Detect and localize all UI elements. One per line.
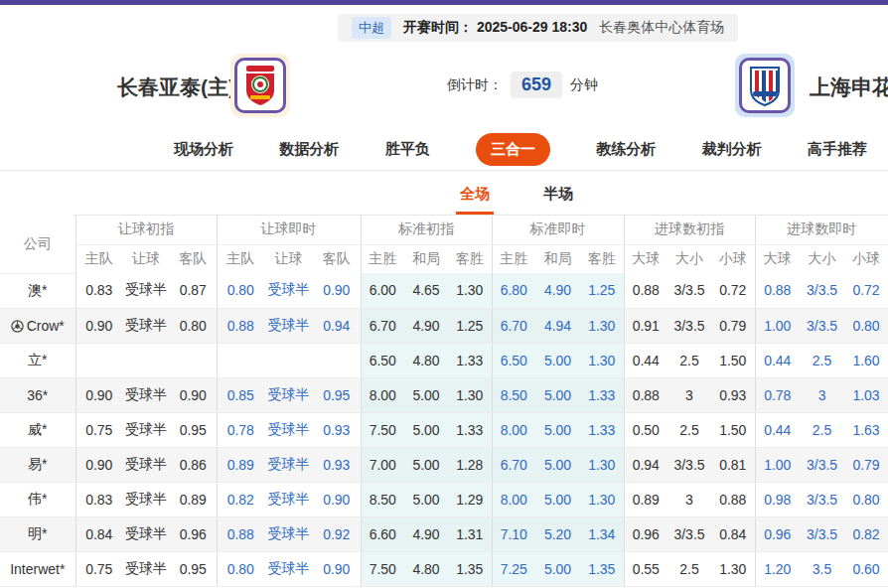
- odds-cell-handicap_initial: 0.95: [170, 551, 217, 586]
- odds-cell-goals_live: 1.63: [844, 412, 888, 447]
- odds-cell-goals_initial: 3/3.5: [667, 273, 711, 308]
- odds-cell-handicap_initial: [75, 343, 122, 377]
- odds-cell-std_live: 5.00: [535, 482, 580, 516]
- match-info-box: 中超 开赛时间： 2025-06-29 18:30 长春奥体中心体育场: [338, 14, 738, 42]
- bookmaker-name[interactable]: 澳*: [0, 273, 75, 308]
- sub-header: 主胜: [492, 244, 535, 273]
- group-header-handicap_live: 让球即时: [217, 216, 361, 244]
- bookmaker-name[interactable]: 威*: [0, 412, 75, 447]
- nav-tab-4[interactable]: 三合一: [476, 133, 550, 166]
- sub-header: 主胜: [361, 244, 404, 273]
- odds-cell-handicap_live: 0.88: [217, 308, 264, 343]
- sub-header: 客队: [313, 244, 361, 273]
- nav-tab-7[interactable]: 高手推荐: [808, 140, 867, 159]
- odds-cell-goals_live: 0.60: [844, 551, 888, 586]
- odds-cell-handicap_live: [264, 343, 313, 377]
- bookmaker-name[interactable]: 伟*: [0, 482, 75, 516]
- odds-cell-goals_initial: 0.72: [711, 273, 755, 308]
- odds-cell-handicap_initial: 0.90: [75, 308, 122, 343]
- odds-table: 公司让球初指让球即时标准初指标准即时进球数初指进球数即时主队让球客队主队让球客队…: [0, 216, 888, 587]
- odds-cell-handicap_live: 0.82: [217, 482, 264, 516]
- bookmaker-name[interactable]: Interwet*: [0, 551, 75, 586]
- odds-cell-goals_initial: 3/3.5: [667, 447, 711, 482]
- sub-header: 大球: [755, 244, 800, 273]
- odds-cell-handicap_initial: 受球半: [122, 412, 170, 447]
- odds-cell-std_live: 5.00: [535, 447, 580, 482]
- odds-cell-goals_initial: 0.55: [624, 551, 667, 586]
- odds-cell-handicap_live: 受球半: [264, 482, 313, 516]
- odds-cell-goals_live: 2.5: [800, 343, 844, 377]
- odds-cell-std_initial: 4.80: [404, 343, 448, 377]
- odds-cell-goals_live: 0.78: [755, 377, 800, 412]
- odds-cell-goals_live: 0.82: [844, 516, 888, 551]
- odds-cell-goals_initial: 0.81: [711, 447, 755, 482]
- odds-cell-handicap_live: 0.93: [313, 447, 361, 482]
- odds-cell-goals_initial: 2.5: [667, 343, 711, 377]
- sub-header: 和局: [535, 244, 580, 273]
- odds-cell-goals_live: 0.88: [755, 273, 800, 308]
- odds-cell-std_live: 1.30: [580, 308, 624, 343]
- odds-cell-std_live: 1.25: [580, 273, 624, 308]
- scope-tab-1[interactable]: 全场: [456, 185, 494, 215]
- odds-cell-goals_initial: 0.88: [711, 482, 755, 516]
- bookmaker-name[interactable]: 明*: [0, 516, 75, 551]
- odds-cell-std_initial: 5.00: [404, 377, 448, 412]
- sub-header: 客胜: [580, 244, 624, 273]
- sub-header: 大小: [800, 244, 844, 273]
- scope-tab-2[interactable]: 半场: [539, 185, 577, 215]
- odds-cell-std_live: 1.30: [580, 482, 624, 516]
- odds-cell-goals_live: 0.96: [755, 516, 800, 551]
- odds-cell-handicap_live: [313, 343, 361, 377]
- countdown-pill: 659: [511, 72, 562, 98]
- bookmaker-name[interactable]: 立*: [0, 343, 75, 377]
- odds-cell-goals_live: 3/3.5: [800, 447, 844, 482]
- odds-cell-std_initial: 1.28: [448, 447, 492, 482]
- teams-header: 长春亚泰(主) 倒计时： 659 分钟: [0, 50, 888, 127]
- odds-cell-goals_initial: 1.50: [711, 412, 755, 447]
- nav-tab-3[interactable]: 胜平负: [385, 140, 430, 159]
- group-header-std_live: 标准即时: [492, 216, 624, 244]
- odds-cell-goals_initial: 0.50: [624, 412, 667, 447]
- away-team-logo: [735, 54, 795, 117]
- nav-tab-2[interactable]: 数据分析: [279, 140, 339, 159]
- odds-cell-handicap_initial: 0.75: [75, 551, 122, 586]
- odds-cell-std_live: 8.00: [492, 412, 535, 447]
- odds-cell-goals_live: 3: [800, 377, 844, 412]
- odds-cell-handicap_initial: [122, 343, 170, 377]
- odds-cell-handicap_initial: 0.90: [75, 447, 122, 482]
- odds-cell-std_live: 1.34: [580, 516, 624, 551]
- nav-tab-6[interactable]: 裁判分析: [702, 140, 762, 159]
- bookmaker-row: 立*6.504.801.336.505.001.300.442.51.500.4…: [0, 343, 888, 377]
- odds-cell-goals_live: 0.80: [844, 308, 888, 343]
- odds-cell-goals_initial: 3/3.5: [667, 516, 711, 551]
- odds-cell-goals_initial: 1.30: [711, 551, 755, 586]
- odds-cell-handicap_live: 0.78: [217, 412, 264, 447]
- odds-cell-goals_initial: 0.88: [624, 377, 667, 412]
- odds-cell-handicap_live: 0.85: [217, 377, 264, 412]
- group-header-goals_live: 进球数即时: [755, 216, 888, 244]
- sub-header: 主队: [75, 244, 122, 273]
- venue-name: 长春奥体中心体育场: [599, 19, 724, 37]
- odds-cell-goals_live: 0.98: [755, 482, 800, 516]
- odds-cell-handicap_initial: 0.87: [170, 273, 217, 308]
- bookmaker-name[interactable]: 36*: [0, 377, 75, 412]
- home-team-name: 长春亚泰(主): [117, 74, 235, 101]
- odds-cell-std_initial: 4.90: [404, 308, 448, 343]
- odds-cell-goals_live: 0.80: [844, 482, 888, 516]
- bookmaker-name[interactable]: Crow*: [0, 308, 75, 343]
- odds-cell-std_live: 7.10: [492, 516, 535, 551]
- odds-cell-std_initial: 8.50: [361, 482, 404, 516]
- odds-cell-std_initial: 7.00: [361, 447, 404, 482]
- league-badge[interactable]: 中超: [352, 17, 391, 39]
- odds-cell-goals_live: 3/3.5: [800, 516, 844, 551]
- match-info-bar: 中超 开赛时间： 2025-06-29 18:30 长春奥体中心体育场: [0, 14, 888, 42]
- nav-tab-5[interactable]: 教练分析: [596, 140, 656, 159]
- changchun-yatai-crest-icon: [242, 65, 278, 106]
- odds-cell-handicap_initial: 0.83: [75, 482, 122, 516]
- bookmaker-name[interactable]: 易*: [0, 447, 75, 482]
- odds-cell-std_initial: 1.29: [448, 482, 492, 516]
- odds-cell-goals_live: 1.60: [844, 343, 888, 377]
- nav-tab-1[interactable]: 现场分析: [174, 140, 233, 159]
- soccer-ball-icon: [11, 320, 24, 333]
- odds-cell-handicap_live: 0.89: [217, 447, 264, 482]
